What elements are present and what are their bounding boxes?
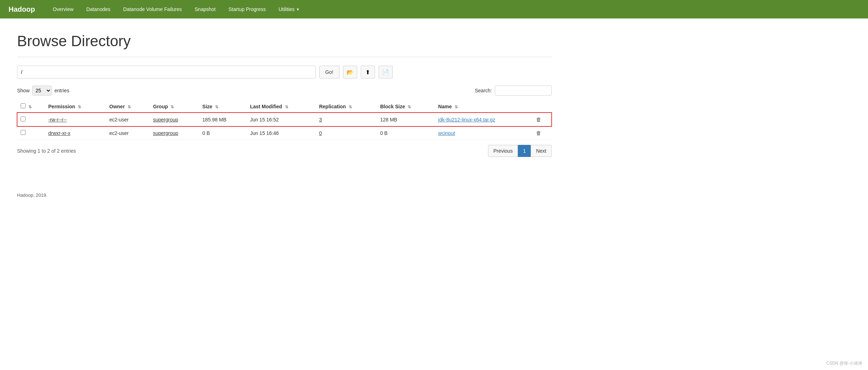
row2-last-modified: Jun 15 16:46: [246, 126, 315, 140]
path-bar: Go! 📂 ⬆ 📄: [17, 66, 552, 78]
row2-permission: drwxr-xr-x: [45, 126, 106, 140]
row1-checkbox-cell: [17, 113, 45, 126]
go-button[interactable]: Go!: [319, 66, 339, 78]
nav-link-datanode-volume-failures[interactable]: Datanode Volume Failures: [117, 0, 188, 18]
sort-icon-name: ⇅: [455, 105, 458, 109]
row2-group: supergroup: [150, 126, 199, 140]
navbar: Hadoop Overview Datanodes Datanode Volum…: [0, 0, 868, 18]
col-replication[interactable]: Replication ⇅: [316, 100, 377, 113]
site-footer: Hadoop, 2019.: [0, 185, 868, 205]
row1-name-link[interactable]: jdk-8u212-linux-x64.tar.gz: [438, 117, 495, 123]
col-name-label: Name: [438, 104, 452, 109]
nav-link-datanodes[interactable]: Datanodes: [80, 0, 117, 18]
row1-permission-link[interactable]: -rw-r--r--: [48, 117, 67, 123]
sort-icon-replication: ⇅: [349, 105, 352, 109]
sort-icon-group: ⇅: [171, 105, 174, 109]
row2-group-link[interactable]: supergroup: [153, 130, 178, 136]
sort-icon-owner: ⇅: [128, 105, 131, 109]
next-button[interactable]: Next: [531, 145, 552, 157]
row2-replication: 0: [316, 126, 377, 140]
doc-icon-button[interactable]: 📄: [379, 66, 393, 78]
table-row: drwxr-xr-x ec2-user supergroup 0 B Jun 1…: [17, 126, 552, 140]
row2-size: 0 B: [199, 126, 246, 140]
row2-name: wcinput: [435, 126, 533, 140]
folder-icon: 📂: [347, 69, 354, 76]
show-label: Show: [17, 88, 30, 93]
row1-name: jdk-8u212-linux-x64.tar.gz: [435, 113, 533, 126]
row2-block-size: 0 B: [376, 126, 434, 140]
doc-icon: 📄: [382, 69, 389, 76]
table-header-row: ⇅ Permission ⇅ Owner ⇅ Group ⇅ Size ⇅: [17, 100, 552, 113]
row1-delete-cell: 🗑: [532, 113, 552, 126]
row1-owner: ec2-user: [106, 113, 150, 126]
col-owner-label: Owner: [109, 104, 125, 109]
col-checkbox: ⇅: [17, 100, 45, 113]
nav-link-overview[interactable]: Overview: [46, 0, 80, 18]
row2-delete-cell: 🗑: [532, 126, 552, 140]
col-group[interactable]: Group ⇅: [150, 100, 199, 113]
row2-name-link[interactable]: wcinput: [438, 130, 455, 136]
show-entries: Show 10 25 50 100 entries: [17, 86, 69, 96]
sort-icon-size: ⇅: [215, 105, 218, 109]
search-bar: Search:: [475, 86, 552, 96]
search-input[interactable]: [495, 86, 552, 96]
row1-group-link[interactable]: supergroup: [153, 117, 178, 123]
row1-delete-icon[interactable]: 🗑: [536, 116, 541, 123]
pagination: Previous 1 Next: [488, 145, 552, 157]
table-controls: Show 10 25 50 100 entries Search:: [17, 86, 552, 96]
col-permission[interactable]: Permission ⇅: [45, 100, 106, 113]
col-replication-label: Replication: [319, 104, 346, 109]
row1-replication-link[interactable]: 3: [319, 117, 322, 123]
showing-text: Showing 1 to 2 of 2 entries: [17, 148, 76, 154]
entries-select[interactable]: 10 25 50 100: [32, 86, 52, 96]
main-content: Browse Directory Go! 📂 ⬆ 📄 Show 10 25 50…: [0, 18, 569, 171]
row2-checkbox[interactable]: [21, 130, 26, 135]
upload-icon: ⬆: [365, 69, 370, 76]
folder-icon-button[interactable]: 📂: [343, 66, 357, 78]
col-size[interactable]: Size ⇅: [199, 100, 246, 113]
row1-permission: -rw-r--r--: [45, 113, 106, 126]
row2-permission-link[interactable]: drwxr-xr-x: [48, 130, 70, 136]
entries-label: entries: [54, 88, 69, 93]
path-input[interactable]: [17, 66, 316, 78]
col-block-size-label: Block Size: [380, 104, 405, 109]
upload-icon-button[interactable]: ⬆: [361, 66, 375, 78]
site-footer-text: Hadoop, 2019.: [17, 192, 47, 198]
data-table: ⇅ Permission ⇅ Owner ⇅ Group ⇅ Size ⇅: [17, 100, 552, 140]
col-owner[interactable]: Owner ⇅: [106, 100, 150, 113]
col-last-modified-label: Last Modified: [250, 104, 282, 109]
row1-checkbox[interactable]: [21, 116, 26, 121]
select-all-checkbox[interactable]: [21, 103, 26, 108]
row1-last-modified: Jun 15 16:52: [246, 113, 315, 126]
previous-button[interactable]: Previous: [488, 145, 518, 157]
col-actions: [532, 100, 552, 113]
sort-icon-permission: ⇅: [78, 105, 81, 109]
search-label: Search:: [475, 88, 492, 93]
divider: [17, 57, 552, 57]
col-name[interactable]: Name ⇅: [435, 100, 533, 113]
col-group-label: Group: [153, 104, 168, 109]
sort-icon-checkbox[interactable]: ⇅: [28, 105, 32, 109]
nav-link-startup-progress[interactable]: Startup Progress: [222, 0, 272, 18]
sort-icon-last-modified: ⇅: [285, 105, 288, 109]
nav-link-utilities[interactable]: Utilities ▼: [272, 0, 306, 18]
row2-owner: ec2-user: [106, 126, 150, 140]
utilities-dropdown-arrow: ▼: [296, 7, 300, 11]
col-permission-label: Permission: [48, 104, 75, 109]
row1-block-size: 128 MB: [376, 113, 434, 126]
row1-replication: 3: [316, 113, 377, 126]
col-block-size[interactable]: Block Size ⇅: [376, 100, 434, 113]
page-1-button[interactable]: 1: [518, 145, 531, 157]
table-row: -rw-r--r-- ec2-user supergroup 185.98 MB…: [17, 113, 552, 126]
table-footer: Showing 1 to 2 of 2 entries Previous 1 N…: [17, 145, 552, 157]
page-title: Browse Directory: [17, 33, 552, 50]
nav-link-snapshot[interactable]: Snapshot: [188, 0, 222, 18]
navbar-links: Overview Datanodes Datanode Volume Failu…: [46, 0, 306, 18]
col-last-modified[interactable]: Last Modified ⇅: [246, 100, 315, 113]
row2-delete-icon[interactable]: 🗑: [536, 130, 541, 136]
row2-checkbox-cell: [17, 126, 45, 140]
navbar-brand[interactable]: Hadoop: [9, 5, 35, 13]
row1-size: 185.98 MB: [199, 113, 246, 126]
sort-icon-block-size: ⇅: [408, 105, 411, 109]
row2-replication-link[interactable]: 0: [319, 130, 322, 136]
